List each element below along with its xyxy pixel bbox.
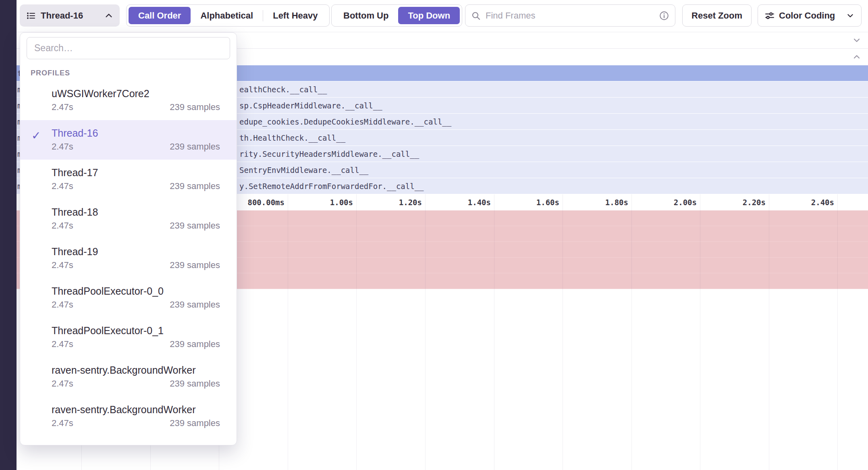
profile-option-threadpoolexecutor-0-1[interactable]: ThreadPoolExecutor-0_12.47s239 samples — [20, 318, 237, 357]
color-coding-button[interactable]: Color Coding — [758, 4, 862, 27]
find-frames-search[interactable] — [465, 4, 675, 27]
profile-samples: 239 samples — [170, 258, 220, 272]
profile-option-thread-16[interactable]: ✓Thread-162.47s239 samples — [20, 120, 237, 160]
chevron-down-icon — [846, 11, 855, 20]
profile-samples: 239 samples — [170, 139, 220, 154]
chevron-up-icon — [104, 11, 113, 20]
dropdown-search-input[interactable] — [33, 42, 223, 54]
time-axis-label: 1.40s — [422, 194, 491, 210]
profile-name: Thread-17 — [52, 166, 220, 179]
profile-option-uwsgiworker7core2[interactable]: uWSGIWorker7Core22.47s239 samples — [20, 81, 237, 120]
search-icon — [471, 11, 481, 21]
profile-option-thread-19[interactable]: Thread-192.47s239 samples — [20, 239, 237, 278]
time-axis-label: 1.20s — [353, 194, 422, 210]
profile-duration: 2.47s — [52, 100, 73, 114]
frame-text: th.HealthCheck.__call__ — [239, 133, 345, 142]
profile-meta: 2.47s239 samples — [52, 337, 220, 351]
toolbar: Thread-16 Call OrderAlphabeticalLeft Hea… — [17, 0, 868, 32]
tab-top-down[interactable]: Top Down — [398, 7, 460, 24]
time-axis-label: 2.00s — [627, 194, 697, 210]
time-axis-label: 1.00s — [284, 194, 353, 210]
profile-option-thread-18[interactable]: Thread-182.47s239 samples — [20, 199, 237, 239]
thread-selector-label: Thread-16 — [41, 10, 100, 21]
color-coding-label: Color Coding — [779, 10, 842, 21]
profile-samples: 239 samples — [170, 297, 220, 312]
profile-duration: 2.47s — [52, 416, 73, 430]
dropdown-search[interactable] — [27, 37, 230, 59]
tab-alphabetical[interactable]: Alphabetical — [191, 7, 263, 24]
collapse-chevron-up-icon[interactable] — [852, 52, 862, 62]
profile-meta: 2.47s239 samples — [52, 376, 220, 391]
profile-duration: 2.47s — [52, 258, 73, 272]
profile-meta: 2.47s239 samples — [52, 416, 220, 430]
profile-samples: 239 samples — [170, 376, 220, 391]
collapse-chevron-down-icon[interactable] — [852, 35, 862, 45]
profile-name: ThreadPoolExecutor-0_0 — [52, 285, 220, 297]
profile-name: Thread-18 — [52, 206, 220, 218]
view-order-segmented-control: Call OrderAlphabeticalLeft Heavy — [126, 4, 330, 27]
time-axis-label: 2.40s — [765, 194, 834, 210]
thread-selector-dropdown: PROFILES uWSGIWorker7Core22.47s239 sampl… — [20, 32, 237, 445]
frame-text: rity.SecurityHeadersMiddleware.__call__ — [239, 150, 419, 158]
frame-text: SentryEnvMiddleware.__call__ — [239, 166, 368, 175]
profile-duration: 2.47s — [52, 218, 73, 233]
profile-meta: 2.47s239 samples — [52, 100, 220, 114]
frame-text: y.SetRemoteAddrFromForwardedFor.__call__ — [239, 182, 424, 191]
profile-option-raven-sentry-backgroundworker[interactable]: raven-sentry.BackgroundWorker2.47s239 sa… — [20, 357, 237, 397]
profile-duration: 2.47s — [52, 139, 73, 154]
thread-selector-button[interactable]: Thread-16 — [20, 4, 120, 27]
profiler-flamegraph-view: Thread-16 Call OrderAlphabeticalLeft Hea… — [0, 0, 868, 470]
profile-name: raven-sentry.BackgroundWorker — [52, 364, 220, 376]
frame-text: ealthCheck.__call__ — [239, 85, 327, 94]
profile-option-thread-17[interactable]: Thread-172.47s239 samples — [20, 160, 237, 199]
profile-option-threadpoolexecutor-0-0[interactable]: ThreadPoolExecutor-0_02.47s239 samples — [20, 278, 237, 318]
sliders-icon — [764, 10, 775, 21]
profile-meta: 2.47s239 samples — [52, 258, 220, 272]
frame-text: sp.CspHeaderMiddleware.__call__ — [239, 101, 382, 110]
find-frames-input[interactable] — [485, 10, 655, 21]
reset-zoom-label: Reset Zoom — [691, 10, 742, 21]
profile-name: raven-sentry.BackgroundWorker — [52, 403, 220, 416]
profile-name: uWSGIWorker7Core2 — [52, 87, 220, 100]
profile-duration: 2.47s — [52, 297, 73, 312]
profile-samples: 239 samples — [170, 416, 220, 430]
profile-list: uWSGIWorker7Core22.47s239 samples✓Thread… — [20, 81, 237, 436]
profile-samples: 239 samples — [170, 218, 220, 233]
tab-bottom-up[interactable]: Bottom Up — [334, 7, 398, 24]
profile-samples: 239 samples — [170, 337, 220, 351]
profile-name: ThreadPoolExecutor-0_1 — [52, 324, 220, 337]
reset-zoom-button[interactable]: Reset Zoom — [682, 4, 752, 27]
frame-text: edupe_cookies.DedupeCookiesMiddleware.__… — [239, 117, 451, 126]
direction-segmented-control: Bottom UpTop Down — [331, 4, 462, 27]
time-axis-label: 2.20s — [696, 194, 766, 210]
profile-duration: 2.47s — [52, 337, 73, 351]
profile-meta: 2.47s239 samples — [52, 179, 220, 193]
profile-option-raven-sentry-backgroundworker[interactable]: raven-sentry.BackgroundWorker2.47s239 sa… — [20, 397, 237, 436]
profiles-section-label: PROFILES — [20, 69, 237, 77]
tab-left-heavy[interactable]: Left Heavy — [263, 7, 327, 24]
profile-samples: 239 samples — [170, 100, 220, 114]
profile-name: Thread-16 — [52, 127, 220, 139]
profile-duration: 2.47s — [52, 179, 73, 193]
profile-meta: 2.47s239 samples — [52, 218, 220, 233]
profile-name: Thread-19 — [52, 245, 220, 258]
list-icon — [26, 11, 36, 21]
time-axis-label: 1.60s — [490, 194, 559, 210]
time-axis-label: 1.80s — [559, 194, 628, 210]
info-icon[interactable] — [659, 10, 669, 21]
profile-duration: 2.47s — [52, 376, 73, 391]
tab-call-order[interactable]: Call Order — [129, 7, 191, 24]
profile-meta: 2.47s239 samples — [52, 297, 220, 312]
check-icon: ✓ — [31, 129, 41, 142]
profile-meta: 2.47s239 samples — [52, 139, 220, 154]
left-navigation-rail — [0, 0, 17, 470]
profile-samples: 239 samples — [170, 179, 220, 193]
